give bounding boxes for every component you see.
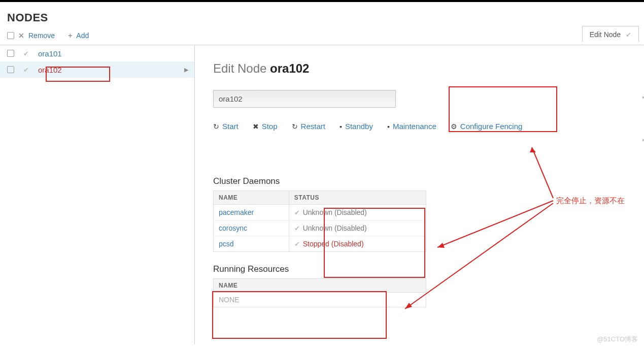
edit-node-name: ora102 [270, 61, 309, 75]
node-name[interactable]: ora101 [38, 49, 62, 58]
edit-node-tab[interactable]: Edit Node ✔ [582, 26, 639, 42]
edit-node-heading: Edit Node ora102 [213, 61, 644, 76]
maintenance-icon: ▪ [387, 122, 390, 131]
check-icon: ✔ [294, 225, 300, 232]
stop-button[interactable]: ✖Stop [253, 122, 278, 131]
connection-status: ✔ Pacemaker Not Connected ✔ Corosync Not… [641, 76, 644, 161]
standby-button[interactable]: ▪Standby [340, 122, 373, 131]
watermark: @51CTO博客 [597, 335, 638, 344]
maintenance-button[interactable]: ▪Maintenance [387, 122, 436, 131]
remove-icon: ✕ [18, 31, 24, 40]
daemon-link[interactable]: pcsd [219, 240, 234, 248]
node-actions: ↻Start ✖Stop ↻Restart ▪Standby ▪Maintena… [213, 122, 644, 131]
cluster-daemons-table: NAME STATUS pacemaker ✔Unknown (Disabled… [213, 191, 426, 252]
running-resources-title: Running Resources [213, 264, 644, 274]
running-resources-table: NAME NONE [213, 278, 426, 307]
standby-icon: ▪ [340, 122, 342, 131]
col-name: NAME [214, 191, 289, 205]
start-label: Start [222, 122, 239, 131]
gear-icon: ⚙ [451, 122, 457, 131]
check-icon: ✔ [23, 66, 29, 74]
configure-fencing-label: Configure Fencing [460, 122, 523, 131]
daemon-link[interactable]: corosync [219, 224, 247, 232]
edit-node-tab-label: Edit Node [590, 30, 621, 39]
configure-fencing-button[interactable]: ⚙Configure Fencing [451, 122, 523, 131]
standby-label: Standby [345, 122, 373, 131]
restart-button[interactable]: ↻Restart [292, 122, 325, 131]
start-button[interactable]: ↻Start [213, 122, 239, 131]
node-checkbox[interactable] [7, 50, 14, 57]
add-button[interactable]: Add [76, 31, 89, 40]
select-all-checkbox[interactable] [7, 32, 14, 39]
node-detail-panel: Edit Node ora102 ✔ Pacemaker Not Connect… [195, 45, 644, 344]
check-icon: ✔ [641, 133, 644, 147]
check-icon: ✔ [641, 90, 644, 104]
stop-icon: ✖ [253, 122, 259, 131]
node-checkbox[interactable] [7, 66, 14, 73]
refresh-icon: ↻ [213, 122, 219, 131]
node-row[interactable]: ✔ ora102 ▶ [0, 61, 194, 78]
col-name: NAME [214, 279, 426, 293]
check-icon: ✔ [626, 31, 631, 39]
daemon-status: ✔Stopped (Disabled) [294, 240, 421, 248]
table-row: pcsd ✔Stopped (Disabled) [214, 236, 426, 252]
col-status: STATUS [289, 191, 426, 205]
stop-label: Stop [262, 122, 278, 131]
running-none: NONE [214, 293, 426, 307]
cluster-daemons-title: Cluster Daemons [213, 176, 644, 186]
restart-label: Restart [301, 122, 325, 131]
node-row[interactable]: ✔ ora101 [0, 45, 194, 61]
edit-node-prefix: Edit Node [213, 61, 266, 75]
table-row: corosync ✔Unknown (Disabled) [214, 220, 426, 236]
refresh-icon: ↻ [292, 122, 298, 131]
check-icon: ✔ [294, 240, 300, 248]
chevron-right-icon: ▶ [184, 67, 188, 73]
node-toolbar: ✕ Remove + Add [0, 29, 644, 45]
node-name-input[interactable] [213, 90, 396, 108]
page-title: NODES [0, 2, 644, 29]
daemon-status: ✔Unknown (Disabled) [294, 208, 421, 216]
daemon-status: ✔Unknown (Disabled) [294, 224, 421, 232]
maintenance-label: Maintenance [393, 122, 436, 131]
table-row: pacemaker ✔Unknown (Disabled) [214, 205, 426, 220]
daemon-link[interactable]: pacemaker [219, 208, 254, 216]
add-icon: + [68, 31, 72, 40]
check-icon: ✔ [23, 50, 29, 57]
remove-button[interactable]: Remove [28, 31, 55, 40]
check-icon: ✔ [294, 209, 300, 216]
node-name[interactable]: ora102 [38, 66, 62, 74]
node-list: ✔ ora101 ✔ ora102 ▶ [0, 45, 195, 344]
table-row: NONE [214, 293, 426, 307]
